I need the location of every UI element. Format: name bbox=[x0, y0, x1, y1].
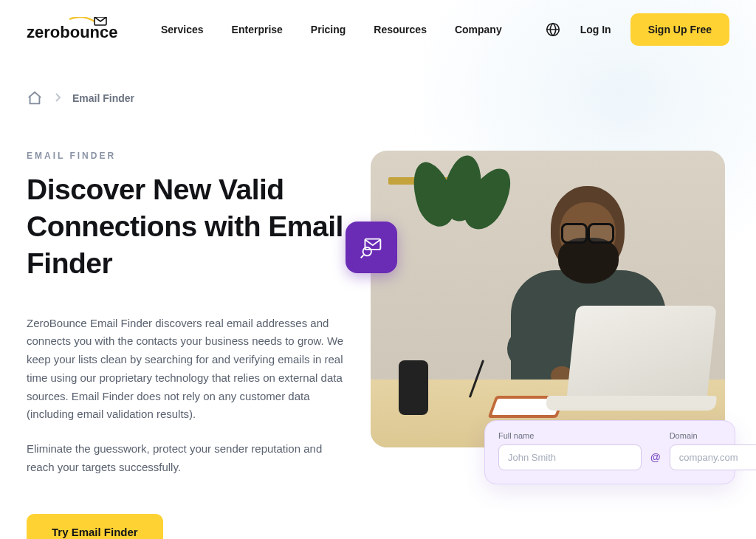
hero-eyebrow: EMAIL FINDER bbox=[27, 151, 344, 161]
domain-input[interactable] bbox=[670, 444, 756, 470]
globe-icon[interactable] bbox=[545, 21, 561, 38]
fullname-label: Full name bbox=[498, 431, 642, 440]
hero-visual: Full name @ Domain bbox=[371, 151, 729, 447]
brand-text-1: zero bbox=[27, 23, 60, 41]
hero-image bbox=[371, 151, 725, 447]
header-actions: Log In Sign Up Free bbox=[545, 13, 729, 46]
nav-resources[interactable]: Resources bbox=[374, 24, 427, 35]
brand-logo[interactable]: zerobounce bbox=[27, 17, 126, 42]
try-email-finder-button[interactable]: Try Email Finder bbox=[27, 514, 163, 539]
login-link[interactable]: Log In bbox=[580, 24, 611, 35]
hero-body: ZeroBounce Email Finder discovers real e… bbox=[27, 315, 344, 477]
hero-paragraph-1: ZeroBounce Email Finder discovers real e… bbox=[27, 315, 344, 425]
home-icon[interactable] bbox=[27, 90, 43, 106]
fullname-input[interactable] bbox=[498, 444, 642, 470]
svg-point-4 bbox=[363, 247, 371, 255]
signup-button[interactable]: Sign Up Free bbox=[630, 13, 729, 46]
main-content: EMAIL FINDER Discover New Valid Connecti… bbox=[0, 106, 756, 539]
page-title: Discover New Valid Connections with Emai… bbox=[27, 171, 344, 282]
brand-text-2: bounce bbox=[60, 23, 117, 41]
breadcrumb-current: Email Finder bbox=[72, 92, 134, 104]
nav-enterprise[interactable]: Enterprise bbox=[232, 24, 283, 35]
breadcrumb: Email Finder bbox=[0, 59, 756, 106]
domain-label: Domain bbox=[670, 431, 756, 440]
site-header: zerobounce Services Enterprise Pricing R… bbox=[0, 0, 756, 59]
chevron-right-icon bbox=[55, 92, 61, 104]
nav-pricing[interactable]: Pricing bbox=[311, 24, 346, 35]
primary-nav: Services Enterprise Pricing Resources Co… bbox=[161, 24, 502, 35]
domain-field: Domain bbox=[670, 431, 756, 470]
nav-services[interactable]: Services bbox=[161, 24, 204, 35]
at-separator: @ bbox=[650, 451, 661, 470]
nav-company[interactable]: Company bbox=[455, 24, 502, 35]
email-finder-icon bbox=[346, 222, 397, 273]
fullname-field: Full name bbox=[498, 431, 642, 470]
hero-paragraph-2: Eliminate the guesswork, protect your se… bbox=[27, 440, 344, 477]
svg-text:zerobounce: zerobounce bbox=[27, 23, 117, 41]
hero-copy: EMAIL FINDER Discover New Valid Connecti… bbox=[27, 151, 344, 539]
email-finder-card: Full name @ Domain bbox=[484, 420, 735, 484]
